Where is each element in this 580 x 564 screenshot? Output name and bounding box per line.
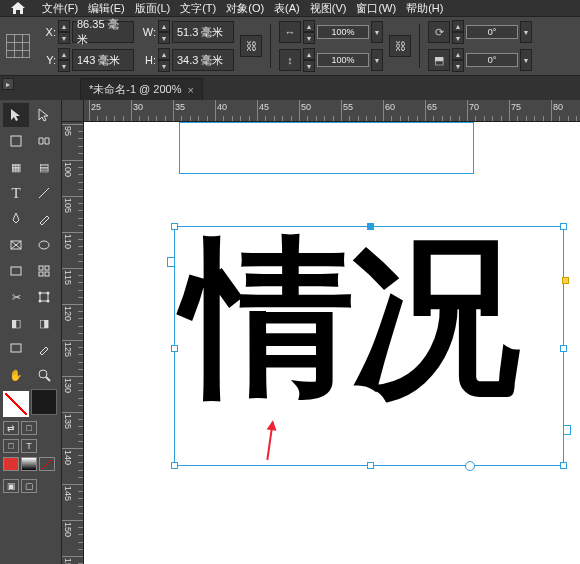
rot-field[interactable]: 0°: [466, 25, 518, 39]
shr-field[interactable]: 0°: [466, 53, 518, 67]
page[interactable]: 情况: [84, 122, 580, 564]
rectangle-tool[interactable]: [3, 259, 29, 283]
default-fill-stroke-icon[interactable]: □: [21, 421, 37, 435]
handle-tr[interactable]: [560, 223, 567, 230]
selection-frame[interactable]: [174, 226, 564, 466]
handle-ml[interactable]: [171, 345, 178, 352]
menu-edit[interactable]: 编辑(E): [88, 1, 125, 16]
handle-bl[interactable]: [171, 462, 178, 469]
apply-none-icon[interactable]: [39, 457, 55, 471]
preview-view-icon[interactable]: ▢: [21, 479, 37, 493]
rotate-handle[interactable]: [465, 461, 475, 471]
rot-dropdown[interactable]: ▼: [520, 21, 532, 43]
eyedropper-tool[interactable]: [31, 337, 57, 361]
menu-view[interactable]: 视图(V): [310, 1, 347, 16]
scissors-tool[interactable]: ✂: [3, 285, 29, 309]
menu-file[interactable]: 文件(F): [42, 1, 78, 16]
sx-stepper[interactable]: ▲▼: [303, 20, 315, 44]
sx-field[interactable]: 100%: [317, 25, 369, 39]
note-tool[interactable]: [3, 337, 29, 361]
normal-view-icon[interactable]: ▣: [3, 479, 19, 493]
direct-selection-tool[interactable]: [31, 103, 57, 127]
svg-point-12: [39, 292, 42, 295]
menu-layout[interactable]: 版面(L): [135, 1, 170, 16]
rectangle-frame-tool[interactable]: [3, 233, 29, 257]
gap-tool[interactable]: [31, 129, 57, 153]
constrain-wh-icon[interactable]: ⛓: [240, 35, 262, 57]
shr-stepper[interactable]: ▲▼: [452, 48, 464, 72]
sy-stepper[interactable]: ▲▼: [303, 48, 315, 72]
expand-panel-icon[interactable]: ▸: [2, 78, 14, 90]
tab-title: *未命名-1 @ 200%: [89, 82, 181, 97]
svg-line-19: [42, 459, 52, 469]
ruler-origin[interactable]: [62, 100, 84, 122]
handle-tl[interactable]: [171, 223, 178, 230]
scale-y-icon: ↕: [279, 49, 301, 71]
shr-dropdown[interactable]: ▼: [520, 49, 532, 71]
zoom-tool[interactable]: [31, 363, 57, 387]
apply-gradient-icon[interactable]: [21, 457, 37, 471]
rot-stepper[interactable]: ▲▼: [452, 20, 464, 44]
fill-swatch[interactable]: [3, 391, 29, 417]
handle-br[interactable]: [560, 462, 567, 469]
free-transform-tool[interactable]: [31, 285, 57, 309]
apply-container-icon[interactable]: □: [3, 439, 19, 453]
x-field[interactable]: 86.35 毫米: [72, 21, 134, 43]
gradient-swatch-tool[interactable]: ◧: [3, 311, 29, 335]
reference-point[interactable]: [6, 34, 30, 58]
svg-point-14: [39, 300, 42, 303]
home-icon[interactable]: [4, 0, 32, 16]
menu-help[interactable]: 帮助(H): [406, 1, 443, 16]
swap-fill-stroke-icon[interactable]: ⇄: [3, 421, 19, 435]
h-label: H:: [140, 54, 156, 66]
w-field[interactable]: 51.3 毫米: [172, 21, 234, 43]
gradient-feather-tool[interactable]: ◨: [31, 311, 57, 335]
menu-table[interactable]: 表(A): [274, 1, 300, 16]
sx-dropdown[interactable]: ▼: [371, 21, 383, 43]
shear-icon: ⬒: [428, 49, 450, 71]
sy-dropdown[interactable]: ▼: [371, 49, 383, 71]
close-tab-icon[interactable]: ×: [187, 84, 193, 96]
svg-rect-0: [11, 136, 21, 146]
selection-tool[interactable]: [3, 103, 29, 127]
horizontal-ruler[interactable]: 253035404550556065707580: [84, 100, 580, 122]
text-frame-upper[interactable]: [179, 122, 474, 174]
w-stepper[interactable]: ▲▼: [158, 20, 170, 44]
ellipse-frame-tool[interactable]: [31, 233, 57, 257]
handle-live-corner[interactable]: [562, 277, 569, 284]
svg-line-18: [46, 377, 50, 381]
x-stepper[interactable]: ▲▼: [58, 20, 70, 44]
menu-window[interactable]: 窗口(W): [356, 1, 396, 16]
apply-color-icon[interactable]: [3, 457, 19, 471]
document-tab[interactable]: *未命名-1 @ 200% ×: [80, 78, 203, 100]
scale-x-icon: ↔: [279, 21, 301, 43]
handle-mr[interactable]: [560, 345, 567, 352]
h-stepper[interactable]: ▲▼: [158, 48, 170, 72]
svg-rect-10: [45, 272, 49, 276]
content-placer-tool[interactable]: ▤: [31, 155, 57, 179]
type-tool[interactable]: T: [3, 181, 29, 205]
handle-tc[interactable]: [367, 223, 374, 230]
hand-tool[interactable]: ✋: [3, 363, 29, 387]
apply-text-icon[interactable]: T: [21, 439, 37, 453]
handle-bc[interactable]: [367, 462, 374, 469]
polygon-tool[interactable]: [31, 259, 57, 283]
y-field[interactable]: 143 毫米: [72, 49, 134, 71]
out-port[interactable]: [563, 425, 571, 435]
in-port[interactable]: [167, 257, 175, 267]
y-stepper[interactable]: ▲▼: [58, 48, 70, 72]
content-collector-tool[interactable]: ▦: [3, 155, 29, 179]
menu-type[interactable]: 文字(T): [180, 1, 216, 16]
menu-object[interactable]: 对象(O): [226, 1, 264, 16]
sy-field[interactable]: 100%: [317, 53, 369, 67]
h-field[interactable]: 34.3 毫米: [172, 49, 234, 71]
line-tool[interactable]: [31, 181, 57, 205]
constrain-scale-icon[interactable]: ⛓: [389, 35, 411, 57]
svg-rect-8: [45, 266, 49, 270]
pen-tool[interactable]: [3, 207, 29, 231]
pencil-tool[interactable]: [31, 207, 57, 231]
stroke-swatch[interactable]: [31, 389, 57, 415]
vertical-ruler[interactable]: 95100105110115120125130135140145150155: [62, 122, 84, 564]
page-tool[interactable]: [3, 129, 29, 153]
w-label: W:: [140, 26, 156, 38]
